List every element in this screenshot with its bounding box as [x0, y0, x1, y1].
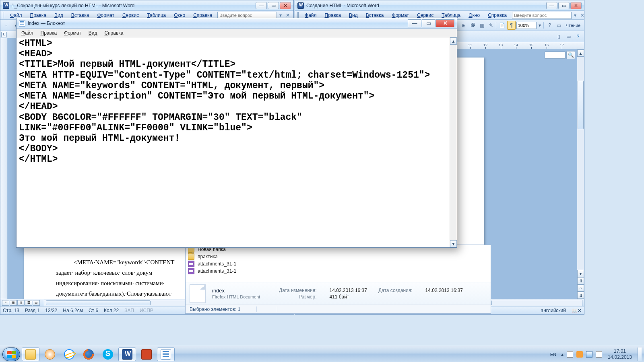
doc-line: задает· набор· ключевых· слов· докум	[56, 268, 152, 278]
ask-question-input[interactable]	[512, 12, 572, 19]
status-rec: ЗАП	[124, 308, 134, 313]
zoom-input[interactable]	[516, 22, 537, 29]
read-layout-icon[interactable]: ▭	[555, 21, 563, 30]
titlebar[interactable]: 1_Сокращенный курс лекций по HTML - Micr…	[0, 0, 293, 11]
size-label: Размер:	[279, 294, 318, 300]
maximize-button[interactable]: ▭	[268, 2, 279, 9]
item-name: attachments_31-1	[198, 261, 236, 267]
taskbar-firefox[interactable]	[80, 348, 97, 361]
view-print-icon[interactable]: ▯	[17, 300, 25, 306]
file-name-block: index Firefox HTML Document	[212, 288, 272, 299]
showmarks-icon[interactable]: ¶	[507, 21, 515, 30]
titlebar[interactable]: index — Блокнот — ▭ ✕	[17, 18, 457, 29]
menu-edit[interactable]: Правка	[37, 29, 60, 37]
minimize-button[interactable]: —	[256, 2, 267, 9]
minimize-button[interactable]: —	[546, 2, 557, 9]
taskbar-explorer[interactable]	[22, 348, 39, 361]
browse-object-icon[interactable]: ○	[577, 284, 584, 292]
help-icon[interactable]: ?	[546, 21, 554, 30]
status-book-icon[interactable]: 📖✕	[572, 308, 582, 313]
insert-table-icon[interactable]: ⊞	[460, 21, 468, 30]
explorer-icon	[25, 349, 36, 360]
taskbar-powerpoint[interactable]	[138, 348, 155, 361]
menu-file[interactable]: Файл	[18, 29, 37, 37]
excel-icon[interactable]: 🗊	[469, 21, 477, 30]
new-doc-icon[interactable]: ▫	[2, 21, 11, 30]
prev-page-icon[interactable]: ⇈	[577, 277, 584, 284]
list-item[interactable]: практика	[188, 253, 488, 260]
panel-icon[interactable]: ▯	[554, 32, 563, 41]
window-title: Создание HTML - Microsoft Word	[306, 3, 546, 8]
menu-format[interactable]: Формат	[61, 29, 85, 37]
text-area[interactable]: <HTML> <HEAD> <TITLE>Мой первый HTML-док…	[17, 37, 450, 247]
view-read-icon[interactable]: ▭	[33, 300, 40, 306]
clock[interactable]: 17:01 14.02.2013	[605, 348, 634, 360]
search-icon[interactable]: 🔍	[566, 51, 575, 59]
vertical-scrollbar[interactable]: ▲ ▼	[450, 37, 457, 247]
next-page-icon[interactable]: ⇊	[577, 292, 584, 299]
taskbar-notepad[interactable]	[157, 348, 175, 361]
close-button[interactable]: ✕	[436, 19, 454, 27]
editor-body: <HTML> <HEAD> <TITLE>Мой первый HTML-док…	[17, 37, 457, 247]
menu-help[interactable]: Справка	[484, 11, 510, 19]
list-item[interactable]: attachments_31-1	[188, 260, 488, 267]
language-indicator[interactable]: EN	[549, 351, 558, 358]
action-center-icon[interactable]	[567, 351, 573, 358]
file-list[interactable]: Новая папка практика attachments_31-1 at…	[186, 245, 491, 282]
close-button[interactable]: ✕	[570, 2, 582, 9]
vertical-scrollbar[interactable]: ▲ ▼ ⇈ ○ ⇊	[577, 49, 584, 299]
doc-line: <META·NAME="keywords"·CONTENT	[74, 258, 174, 267]
zoom-dropdown-icon[interactable]: ▾	[537, 21, 543, 30]
windows-update-icon[interactable]	[576, 351, 583, 358]
doc-close-icon[interactable]: ✕	[284, 12, 291, 18]
read-button[interactable]: Чтение	[564, 21, 582, 30]
taskbar-ie[interactable]	[60, 348, 78, 361]
media-player-icon	[45, 349, 55, 360]
volume-icon[interactable]	[596, 351, 602, 358]
show-desktop-button[interactable]	[638, 348, 642, 361]
panel2-icon[interactable]: ▭	[564, 32, 573, 41]
taskbar-wmp[interactable]	[41, 348, 59, 361]
size-value: 411 байт	[330, 294, 367, 300]
dropdown-icon[interactable]: ▾	[278, 12, 283, 18]
status-trk: ИСПР	[140, 308, 153, 313]
help2-icon[interactable]: ?	[574, 32, 582, 41]
taskbar-skype[interactable]	[99, 348, 117, 361]
scroll-down-icon[interactable]: ▼	[577, 270, 584, 277]
menu-view[interactable]: Вид	[85, 29, 101, 37]
window-controls: — ▭ ✕	[408, 19, 454, 27]
list-item[interactable]: attachments_31-1	[188, 267, 488, 275]
start-button[interactable]	[2, 348, 20, 361]
columns-icon[interactable]: ▥	[478, 21, 486, 30]
dropdown-icon[interactable]: ▾	[572, 12, 578, 18]
drawing-icon[interactable]: ✎	[487, 21, 495, 30]
maximize-button[interactable]: ▭	[558, 2, 570, 9]
titlebar[interactable]: Создание HTML - Microsoft Word — ▭ ✕	[295, 0, 584, 11]
view-web-icon[interactable]: ▦	[10, 300, 17, 306]
ruler-tab-icon[interactable]: L	[1, 32, 7, 37]
view-outline-icon[interactable]: ☰	[25, 300, 32, 306]
item-name: attachments_31-1	[198, 268, 236, 274]
taskbar-word[interactable]	[118, 348, 136, 361]
maximize-button[interactable]: ▭	[422, 19, 436, 27]
show-hidden-icon[interactable]: ▴	[561, 352, 564, 357]
scroll-up-icon[interactable]: ▲	[450, 37, 457, 45]
docmap-icon[interactable]: 📄	[498, 21, 506, 30]
doc-close-icon[interactable]: ✕	[579, 12, 586, 18]
view-normal-icon[interactable]: ≡	[2, 300, 9, 306]
network-icon[interactable]	[586, 351, 592, 358]
scroll-down-icon[interactable]: ▼	[450, 240, 457, 247]
explorer-status-bar: Выбрано элементов: 1	[186, 304, 491, 313]
menu-help[interactable]: Справка	[101, 29, 126, 37]
window-title: index — Блокнот	[28, 21, 408, 26]
vertical-ruler[interactable]	[0, 38, 8, 299]
minimize-button[interactable]: —	[408, 19, 421, 27]
created-value: 14.02.2013 16:37	[425, 288, 463, 293]
research-box: 🔍	[545, 51, 575, 59]
file-metadata: Дата изменения: 14.02.2013 16:37 Дата со…	[279, 288, 463, 300]
research-input[interactable]	[545, 51, 566, 59]
view-buttons: ≡ ▦ ▯ ☰ ▭	[2, 300, 40, 306]
menu-window[interactable]: Окно	[465, 11, 483, 19]
close-button[interactable]: ✕	[280, 2, 291, 9]
scroll-up-icon[interactable]: ▲	[577, 49, 584, 57]
